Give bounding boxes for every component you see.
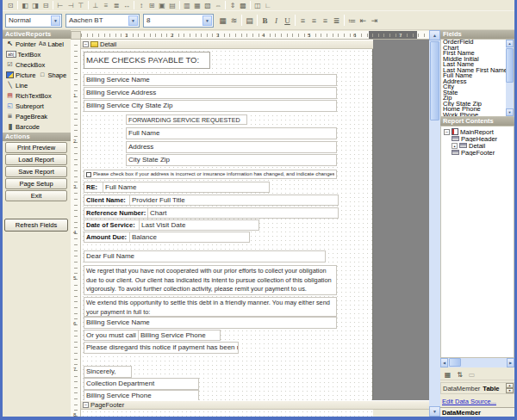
space-down-icon[interactable]: ▥ (182, 1, 192, 10)
load-report-button[interactable]: Load Report (5, 154, 67, 165)
report-control-billing-service-address[interactable]: Billing Service Address (84, 87, 337, 99)
decrease-indent-icon[interactable]: ⇤ (358, 15, 369, 27)
fields-scrollbar[interactable]: ▲ ▼ (506, 40, 514, 116)
control-field[interactable]: Balance (129, 232, 249, 242)
control-field[interactable]: Billing Service Phone (138, 330, 220, 340)
align-left-icon[interactable]: ≡ (297, 15, 308, 27)
report-control-billing-service-phone[interactable]: Billing Service Phone (84, 390, 199, 400)
report-control-provider-full-title[interactable]: Client Name:Provider Full Title (84, 195, 339, 206)
chevron-down-icon[interactable]: ▼ (51, 15, 60, 26)
detail-band-header[interactable]: − Detail (81, 40, 373, 49)
scroll-left-icon[interactable]: ◀ (440, 358, 448, 368)
richtextbox-tool[interactable]: ▤RichTextBox (6, 90, 71, 101)
checkbox-tool[interactable]: ☑CheckBox (6, 59, 71, 70)
report-control-billing-service-name[interactable]: Billing Service Name (84, 317, 337, 329)
pagebreak-tool[interactable]: ≣PageBreak (6, 111, 71, 121)
design-vertical-scrollbar[interactable]: ▲ ▼ (429, 30, 440, 417)
report-control-forwarding-service-requested[interactable]: FORWARDING SERVICE REQUESTED (126, 114, 247, 125)
report-control-collection-department[interactable]: Collection Department (84, 378, 199, 390)
bring-to-front-icon[interactable]: ◧ (20, 1, 30, 10)
bold-icon[interactable]: B (259, 15, 271, 27)
subreport-tool[interactable]: ◱Subreport (6, 101, 71, 111)
control-field[interactable]: Full Name (103, 182, 269, 192)
align-justify-icon[interactable]: ≣ (331, 15, 342, 27)
report-control-we-extend-this-opportunity-t[interactable]: We extend this opportunity to settle thi… (84, 297, 337, 317)
refresh-fields-button[interactable]: Refresh Fields (4, 219, 68, 232)
align-bottoms-icon[interactable]: ≣ (111, 1, 121, 10)
decrease-h-space-icon[interactable]: ▧ (202, 1, 213, 10)
textbox-tool[interactable]: ab|TextBox (6, 49, 71, 59)
align-rights-icon[interactable]: ⊤ (76, 1, 86, 10)
font-combo[interactable]: Aachen BT ▼ (65, 14, 140, 28)
align-middles-icon[interactable]: ≡ (101, 1, 111, 10)
pagefooter-area[interactable] (81, 410, 373, 417)
increase-indent-icon[interactable]: ⇥ (369, 15, 380, 27)
increase-h-space-icon[interactable]: ▦ (192, 1, 202, 10)
control-field[interactable]: Provider Full Title (129, 195, 338, 205)
property-row-datamember[interactable]: DataMember Table ▲▼ (440, 382, 514, 394)
pointer-tool[interactable]: ↖Pointer (6, 39, 39, 49)
categorized-icon[interactable]: ▦ (442, 369, 453, 380)
report-control-chart[interactable]: Reference Number:Chart (84, 207, 339, 219)
tree-item-detail[interactable]: •Detail (441, 142, 514, 149)
chevron-down-icon[interactable]: ▼ (202, 15, 212, 26)
value-spinner[interactable]: ▲▼ (506, 383, 514, 393)
line-tool[interactable]: ╲Line (6, 80, 71, 90)
align-tops-icon[interactable]: ⊥ (90, 1, 101, 10)
scroll-right-icon[interactable]: ▶ (507, 358, 514, 368)
report-page[interactable]: MAKE CHECKS PAYABLE TO:Billing Service N… (81, 49, 373, 400)
property-value[interactable]: Table (480, 385, 506, 392)
barcode-tool[interactable]: |||Barcode (6, 121, 71, 132)
report-control-sincerely[interactable]: Sincerely, (84, 366, 132, 378)
style-combo[interactable]: Normal ▼ (5, 14, 62, 28)
tree-item-pagefooter[interactable]: PageFooter (441, 149, 514, 156)
report-control-address[interactable]: Address (126, 141, 337, 153)
grid-visible-icon[interactable]: ▦ (217, 15, 228, 27)
report-control-full-name[interactable]: Full Name (126, 127, 337, 139)
make-same-height-icon[interactable]: ↕ (136, 1, 146, 10)
bullets-icon[interactable]: ≔ (346, 15, 358, 27)
panel-horizontal-scrollbar[interactable]: ◀ ▶ (440, 358, 514, 368)
label-tool[interactable]: AaLabel (39, 39, 72, 49)
report-control-checkbox[interactable]: Please check box if your address is inco… (84, 170, 337, 179)
report-control-we-regret-that-you-have-not-[interactable]: We regret that you have not cooperated w… (84, 265, 337, 295)
align-center-icon[interactable]: ≡ (308, 15, 320, 27)
collapse-icon[interactable]: − (83, 402, 89, 408)
remove-h-space-icon[interactable]: ⇔ (213, 1, 223, 10)
align-right-icon[interactable]: ≡ (320, 15, 331, 27)
report-control-billing-service-name[interactable]: Billing Service Name (84, 74, 337, 86)
report-control-billing-service-city-state-z[interactable]: Billing Service City State Zip (84, 100, 337, 112)
make-same-size-icon[interactable]: ⊞ (146, 1, 157, 10)
order-icon[interactable]: ⊟ (40, 1, 51, 10)
tree-expander-icon[interactable]: − (444, 129, 450, 135)
control-field[interactable]: Chart (147, 208, 338, 218)
make-same-width-icon[interactable]: ↔ (121, 1, 132, 10)
report-control-balance[interactable]: Amount Due:Balance (84, 232, 250, 243)
report-control-last-visit-date[interactable]: Date of Service:Last Visit Date (84, 219, 259, 231)
report-control-city-state-zip[interactable]: City State Zip (126, 154, 337, 166)
tree-item-mainreport[interactable]: −MainReport (441, 128, 514, 135)
spinner-down-icon[interactable]: ▼ (506, 388, 514, 393)
chevron-down-icon[interactable]: ▼ (128, 15, 138, 26)
align-centers-icon[interactable]: ⊣ (65, 1, 76, 10)
collapse-icon[interactable]: − (83, 41, 89, 47)
report-control-dear-full-name[interactable]: Dear Full Name (84, 250, 326, 262)
report-control-full-name[interactable]: RE:Full Name (84, 182, 270, 193)
report-control-make-checks-payable-to[interactable]: MAKE CHECKS PAYABLE TO: (84, 52, 210, 69)
space-across-icon[interactable]: ▤ (167, 1, 178, 10)
scroll-thumb[interactable] (506, 48, 514, 83)
size-to-grid-icon[interactable]: ▣ (157, 1, 167, 10)
edit-data-source-link[interactable]: Edit Data Source... (442, 398, 496, 405)
scroll-up-icon[interactable]: ▲ (429, 30, 440, 40)
save-report-button[interactable]: Save Report (5, 166, 67, 177)
print-preview-button[interactable]: Print Preview (5, 142, 67, 153)
underline-icon[interactable]: U (282, 15, 293, 27)
alphabetical-icon[interactable]: ⇅ (454, 369, 465, 380)
scroll-up-icon[interactable]: ▲ (506, 40, 514, 47)
scroll-thumb[interactable] (430, 41, 439, 120)
scroll-down-icon[interactable]: ▼ (429, 406, 440, 417)
report-control-please-disregard-this-notice[interactable]: Please disregard this notice if payment … (84, 342, 239, 354)
control-field[interactable]: Last Visit Date (139, 220, 258, 230)
tree-item-pageheader[interactable]: PageHeader (441, 135, 514, 142)
decrease-v-space-icon[interactable]: ▩ (238, 1, 248, 10)
